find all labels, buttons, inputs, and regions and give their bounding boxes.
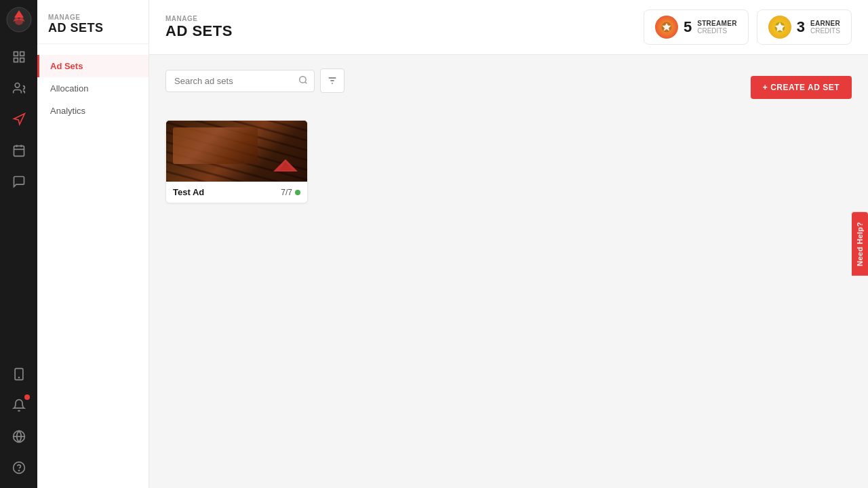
main-content: MANAGE AD SETS 5 STREAMER CREDITS (149, 0, 868, 488)
sidebar-manage-label: MANAGE (48, 14, 138, 21)
nav-globe-icon[interactable] (5, 423, 33, 450)
nav-help-icon[interactable] (5, 454, 33, 481)
notification-badge (24, 394, 30, 400)
status-dot (295, 190, 300, 195)
search-icon (298, 75, 308, 87)
search-input[interactable] (165, 70, 315, 92)
nav-calendar-icon[interactable] (5, 137, 33, 164)
streamer-credits-icon (655, 16, 678, 39)
left-nav (0, 0, 37, 488)
earner-credits-icon (768, 16, 791, 39)
svg-point-4 (15, 18, 23, 25)
header-right: 5 STREAMER CREDITS 3 EARNER CREDITS (644, 9, 852, 45)
earner-credits-label: EARNER CREDITS (810, 20, 840, 35)
filter-button[interactable] (320, 68, 344, 93)
nav-mobile-icon[interactable] (5, 361, 33, 388)
svg-point-23 (300, 76, 306, 82)
streamer-credits-label: STREAMER CREDITS (697, 20, 737, 35)
header-left: MANAGE AD SETS (165, 15, 233, 40)
earner-credits-card: 3 EARNER CREDITS (757, 9, 852, 45)
search-bar (165, 68, 344, 93)
nav-dashboard-icon[interactable] (5, 43, 33, 70)
nav-ads-icon[interactable] (5, 106, 33, 133)
ad-card-name: Test Ad (173, 187, 204, 197)
ad-card-info: Test Ad 7/7 (166, 182, 307, 203)
search-input-wrapper (165, 70, 315, 92)
ad-cards-grid: Test Ad 7/7 (165, 120, 852, 203)
need-help-button[interactable]: Need Help? (852, 212, 868, 276)
sidebar: MANAGE AD SETS Ad Sets Allocation Analyt… (37, 0, 149, 488)
header-manage-label: MANAGE (165, 15, 233, 22)
create-ad-set-button[interactable]: + CREATE AD SET (751, 76, 852, 99)
earner-credits-count: 3 (797, 18, 805, 36)
svg-point-9 (15, 83, 20, 88)
nav-users-icon[interactable] (5, 75, 33, 102)
streamer-credits-count: 5 (684, 18, 692, 36)
svg-rect-8 (20, 58, 24, 62)
ad-card-status: 7/7 (281, 188, 300, 197)
nav-bell-icon[interactable] (5, 392, 33, 419)
top-header: MANAGE AD SETS 5 STREAMER CREDITS (149, 0, 868, 55)
header-title: AD SETS (165, 22, 233, 40)
svg-rect-7 (14, 58, 18, 62)
svg-rect-6 (20, 52, 24, 56)
sidebar-title: AD SETS (48, 21, 138, 35)
sidebar-item-ad-sets[interactable]: Ad Sets (37, 55, 149, 77)
sidebar-item-allocation[interactable]: Allocation (37, 77, 149, 100)
svg-rect-10 (14, 146, 24, 156)
sidebar-header: MANAGE AD SETS (37, 0, 149, 44)
svg-line-24 (305, 81, 307, 83)
content-area: + CREATE AD SET (149, 55, 868, 488)
nav-chat-icon[interactable] (5, 168, 33, 195)
sidebar-nav: Ad Sets Allocation Analytics (37, 44, 149, 133)
svg-rect-5 (14, 52, 18, 56)
ad-card[interactable]: Test Ad 7/7 (165, 120, 308, 203)
ad-thumbnail (166, 121, 307, 182)
app-logo[interactable] (6, 7, 32, 33)
sidebar-item-analytics[interactable]: Analytics (37, 100, 149, 122)
streamer-credits-card: 5 STREAMER CREDITS (644, 9, 749, 45)
